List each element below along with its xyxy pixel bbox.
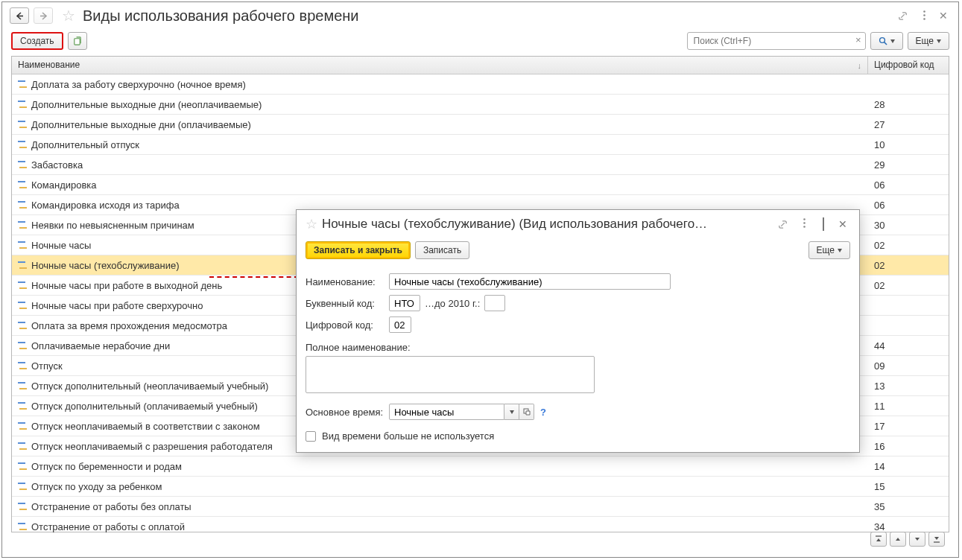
row-code: 16 [868,441,949,452]
row-type-icon [18,101,27,108]
row-type-icon [18,302,27,309]
table-row[interactable]: Дополнительные выходные дни (неоплачивае… [12,95,949,115]
nav-back-button[interactable] [10,7,29,24]
svg-point-12 [803,226,806,228]
row-type-icon [18,181,27,188]
row-type-icon [18,121,27,128]
row-code: 29 [868,159,949,171]
row-code: 02 [868,240,949,251]
row-code: 02 [868,280,949,291]
dialog-kebab-icon[interactable] [797,218,811,230]
name-input[interactable] [389,273,671,290]
alpha-input[interactable] [389,295,420,311]
scroll-top-button[interactable] [870,532,887,547]
search-clear-icon[interactable]: × [855,34,861,45]
full-label: Полное наименование: [306,342,850,353]
row-code: 14 [868,461,949,472]
row-name: Оплачиваемые нерабочие дни [31,340,170,351]
row-name: Дополнительный отпуск [31,139,139,150]
num-input[interactable] [389,316,411,333]
row-type-icon [18,281,27,289]
help-icon[interactable]: ? [540,407,546,418]
table-row[interactable]: Отстранение от работы с оплатой34 [12,517,949,532]
row-code: 44 [868,340,949,351]
svg-rect-5 [75,38,80,44]
row-name: Ночные часы (техобслуживание) [31,260,180,271]
sort-indicator-icon: ↓ [858,61,862,70]
row-name: Отпуск по уходу за ребенком [31,481,162,492]
table-row[interactable]: Отпуск по уходу за ребенком15 [12,477,949,497]
svg-point-2 [923,10,925,13]
svg-line-7 [884,42,887,45]
table-row[interactable]: Отстранение от работы без оплаты35 [12,497,949,517]
row-type-icon [18,201,27,209]
combo-open-button[interactable] [519,404,534,420]
main-time-combo[interactable] [389,404,504,420]
row-code: 28 [868,99,949,110]
full-textarea[interactable] [306,356,595,393]
table-row[interactable]: Дополнительные выходные дни (оплачиваемы… [12,115,949,135]
table-row[interactable]: Доплата за работу сверхурочно (ночное вр… [12,74,949,95]
row-name: Отпуск неоплачиваемый в соответствии с з… [31,421,260,432]
save-button[interactable]: Записать [415,241,469,259]
row-type-icon [18,362,27,369]
row-code: 34 [868,521,949,532]
row-code: 15 [868,481,949,492]
copy-button[interactable] [68,32,87,50]
dialog-link-icon[interactable] [777,219,792,230]
link-icon[interactable] [897,10,912,22]
row-type-icon [18,221,27,229]
row-name: Командировка исходя из тарифа [31,200,180,211]
dialog-more-button[interactable]: Еще [808,241,850,259]
row-code: 35 [868,501,949,512]
table-row[interactable]: Забастовка29 [12,155,949,175]
scroll-bottom-button[interactable] [928,532,945,547]
search-button[interactable] [870,32,903,50]
table-row[interactable]: Дополнительный отпуск10 [12,135,949,155]
column-name-header[interactable]: Наименование↓ [12,57,868,74]
scroll-up-button[interactable] [890,532,906,547]
table-row[interactable]: Отпуск по беременности и родам14 [12,456,949,477]
row-type-icon [18,402,27,410]
name-label: Наименование: [306,276,389,287]
row-type-icon [18,462,27,470]
close-icon[interactable]: ✕ [936,10,951,22]
row-code: 06 [868,179,949,191]
dialog-favorite-star-icon[interactable]: ☆ [306,216,317,232]
row-name: Доплата за работу сверхурочно (ночное вр… [31,79,246,90]
row-name: Неявки по невыясненным причинам [31,220,194,231]
disabled-checkbox[interactable] [306,431,316,442]
row-name: Отстранение от работы с оплатой [31,521,185,532]
row-code: 11 [868,401,949,412]
save-and-close-button[interactable]: Записать и закрыть [306,241,411,259]
more-button[interactable]: Еще [908,32,949,50]
row-type-icon [18,161,27,168]
row-name: Отпуск неоплачиваемый с разрешения работ… [31,441,273,452]
row-name: Командировка [31,179,97,191]
row-type-icon [18,322,27,329]
combo-dropdown-button[interactable] [504,404,519,420]
row-name: Отпуск [31,360,63,372]
row-name: Ночные часы [31,240,91,251]
column-code-header[interactable]: Цифровой код [868,57,949,74]
search-input[interactable] [687,32,866,50]
create-button[interactable]: Создать [11,32,63,50]
kebab-menu-icon[interactable] [917,10,931,22]
svg-point-3 [923,14,925,16]
favorite-star-icon[interactable]: ☆ [62,7,75,25]
scroll-down-button[interactable] [909,532,925,547]
table-row[interactable]: Командировка06 [12,175,949,195]
row-name: Оплата за время прохождения медосмотра [31,320,227,331]
row-type-icon [18,422,27,430]
row-type-icon [18,261,27,269]
row-name: Отпуск дополнительный (оплачиваемый учеб… [31,401,258,412]
dialog-maximize-icon[interactable] [816,218,831,230]
row-code: 13 [868,381,949,392]
old-alpha-input[interactable] [484,295,505,311]
row-type-icon [18,523,27,530]
old-label: …до 2010 г.: [425,298,480,309]
row-type-icon [18,483,27,490]
dialog-close-icon[interactable]: ✕ [835,218,850,230]
row-name: Дополнительные выходные дни (неоплачивае… [31,99,262,110]
edit-dialog: ☆ Ночные часы (техобслуживание) (Вид исп… [296,209,860,453]
